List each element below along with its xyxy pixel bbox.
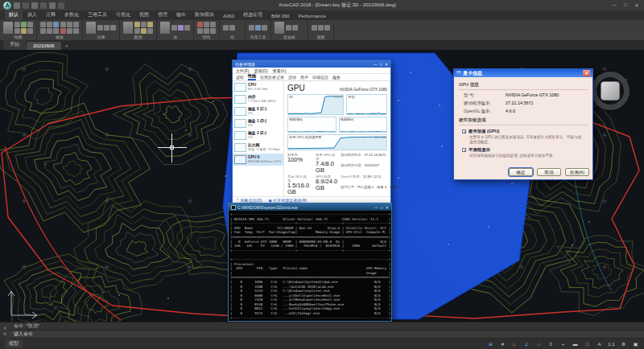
dimension-tool-icon[interactable] — [97, 25, 103, 31]
block-attr-icon[interactable] — [184, 25, 190, 31]
ribbon-group-label[interactable]: 图层 — [123, 34, 153, 39]
ribbon-group-label[interactable]: 视图 — [312, 34, 330, 39]
taskman-tab-processes[interactable]: 进程 — [236, 75, 244, 80]
annotation-visibility-icon[interactable]: A — [596, 342, 603, 347]
checkbox-icon[interactable]: ✓ — [462, 129, 466, 133]
sidebar-item-disk1[interactable]: 磁盘 1 (D:)0% — [233, 117, 283, 129]
ellipse-tool-icon[interactable] — [27, 28, 33, 34]
scale-tool-icon[interactable] — [67, 22, 72, 27]
object-tracking-icon[interactable]: ≡ — [547, 342, 555, 347]
viewcube[interactable] — [591, 72, 630, 110]
layer-color-icon[interactable] — [134, 28, 140, 34]
taskman-close-icon[interactable]: ✕ — [385, 62, 388, 67]
leader-tool-icon[interactable] — [104, 25, 109, 31]
plot-icon[interactable] — [40, 2, 47, 9]
resource-monitor-link[interactable]: ◉ 打开资源监视器(R) — [269, 198, 308, 203]
lineweight-toggle-icon[interactable]: ▬ — [572, 342, 579, 347]
taskman-tab-performance[interactable]: 性能 — [248, 73, 256, 80]
save-icon[interactable] — [31, 2, 38, 9]
ribbon-tab-bim360[interactable]: BIM 360 — [267, 12, 293, 20]
navbar-toggle-icon[interactable] — [324, 25, 330, 31]
console-minimize-icon[interactable]: — — [374, 205, 378, 210]
ribbon-group-label[interactable]: 绘图 — [3, 34, 33, 39]
cut-icon[interactable] — [292, 25, 298, 31]
command-customize-icon[interactable]: ⚙ — [3, 331, 6, 336]
fillet-tool-icon[interactable] — [53, 28, 59, 34]
redo-icon[interactable] — [58, 2, 64, 9]
apply-button[interactable]: 应用(A) — [565, 168, 589, 176]
taskman-menu-view[interactable]: 查看(V) — [273, 68, 287, 73]
ribbon-tab-view[interactable]: 视图 — [135, 10, 153, 20]
ribbon-tab-a360[interactable]: A360 — [219, 12, 238, 20]
id-point-icon[interactable] — [262, 25, 267, 31]
ribbon-tab-featured[interactable]: 精选应用 — [239, 10, 266, 20]
transparency-ctl-icon[interactable] — [210, 28, 216, 34]
ribbon-tab-visualize[interactable]: 可视化 — [112, 10, 134, 20]
taskman-menu-file[interactable]: 文件(F) — [236, 68, 249, 73]
color-swatch-icon[interactable] — [197, 22, 203, 27]
ribbon-tab-performance[interactable]: Performance — [294, 12, 329, 20]
drawing-viewport[interactable]: 任务管理器 — □ ✕ 文件(F) 选项(O) 查看(V) 进程 性能 应用历史… — [0, 50, 644, 322]
arc-tool-icon[interactable] — [27, 22, 33, 27]
command-close-icon[interactable]: ✕ — [3, 326, 6, 331]
checkbox-icon[interactable]: ✓ — [462, 148, 466, 152]
osnap-toggle-icon[interactable]: ◇ — [535, 341, 543, 347]
ribbon-tab-annotate[interactable]: 注释 — [42, 10, 60, 20]
ribbon-tab-home[interactable]: 默认 — [5, 10, 23, 20]
isolate-objects-icon[interactable]: ▣ — [632, 341, 639, 347]
erase-tool-icon[interactable] — [60, 28, 66, 34]
measure-tool-icon[interactable] — [249, 25, 254, 31]
hatch-tool-icon[interactable] — [21, 28, 27, 34]
edit-block-icon[interactable] — [178, 25, 184, 31]
ribbon-tab-manage[interactable]: 管理 — [154, 10, 171, 20]
stretch-tool-icon[interactable] — [60, 22, 66, 27]
linetype-icon[interactable] — [204, 22, 209, 27]
ribbon-group-label[interactable]: 注释 — [86, 34, 116, 39]
circle-tool-icon[interactable] — [21, 22, 27, 27]
rotate-tool-icon[interactable] — [47, 22, 52, 27]
taskman-tab-services[interactable]: 服务 — [332, 75, 341, 80]
cancel-button[interactable]: 取消 — [537, 168, 561, 176]
fewer-details-link[interactable]: ⌃ 简略信息(D) — [236, 198, 262, 203]
smooth-lines-checkbox[interactable]: ✓ 平滑线显示 — [462, 147, 588, 153]
undo-icon[interactable] — [49, 2, 56, 9]
ribbon-group-label[interactable]: 修改 — [40, 34, 79, 39]
hardware-accel-checkbox[interactable]: ✓ 硬件加速 (GPU) — [462, 129, 588, 134]
layer-match-icon[interactable] — [141, 28, 147, 34]
app-logo-icon[interactable]: A — [3, 2, 11, 10]
group-edit-icon[interactable] — [229, 25, 235, 31]
snap-toggle-icon[interactable]: # — [499, 342, 506, 347]
layer-freeze-icon[interactable] — [141, 22, 147, 27]
ribbon-tab-3dtools[interactable]: 三维工具 — [84, 10, 111, 20]
quickcalc-icon[interactable] — [255, 25, 261, 31]
array-tool-icon[interactable] — [73, 22, 79, 27]
file-tab-drawing[interactable]: 20210606 — [27, 42, 61, 50]
group-create-icon[interactable] — [223, 25, 229, 31]
ortho-toggle-icon[interactable]: ∟ — [511, 342, 518, 347]
maximize-icon[interactable]: □ — [621, 2, 630, 8]
taskman-tab-users[interactable]: 用户 — [300, 75, 308, 80]
sidebar-item-memory[interactable]: 内存7.7/16.0 GB (48%) — [233, 93, 283, 105]
insert-block-icon[interactable] — [160, 22, 170, 34]
taskman-minimize-icon[interactable]: — — [374, 62, 378, 67]
ribbon-group-label[interactable]: 块 — [160, 34, 190, 39]
polyline-tool-icon[interactable] — [14, 22, 20, 27]
ribbon-tab-output[interactable]: 输出 — [172, 10, 190, 20]
layer-on-icon[interactable] — [134, 22, 140, 27]
taskman-menu-options[interactable]: 选项(O) — [254, 68, 267, 73]
sidebar-item-cpu[interactable]: CPU8% 3.54 GHz — [233, 81, 283, 93]
selection-cycling-icon[interactable]: □ — [584, 342, 591, 347]
ok-button[interactable]: 确定 — [509, 168, 533, 176]
close-icon[interactable]: ✕ — [633, 2, 641, 8]
taskman-tab-details[interactable]: 详细信息 — [312, 75, 328, 80]
plotstyle-icon[interactable] — [204, 28, 209, 34]
copy-clip-icon[interactable] — [286, 25, 291, 31]
console-title-bar[interactable]: C:\WINDOWS\system32\cmd.exe — □ ✕ — [229, 203, 391, 211]
line-tool-icon[interactable] — [3, 22, 13, 34]
mirror-tool-icon[interactable] — [47, 28, 52, 34]
move-tool-icon[interactable] — [40, 22, 46, 27]
taskman-tab-startup[interactable]: 启动 — [288, 75, 296, 80]
new-tab-button[interactable]: + — [62, 43, 72, 50]
workspace-gear-icon[interactable]: ⚙ — [620, 341, 627, 347]
copy-tool-icon[interactable] — [40, 28, 46, 34]
